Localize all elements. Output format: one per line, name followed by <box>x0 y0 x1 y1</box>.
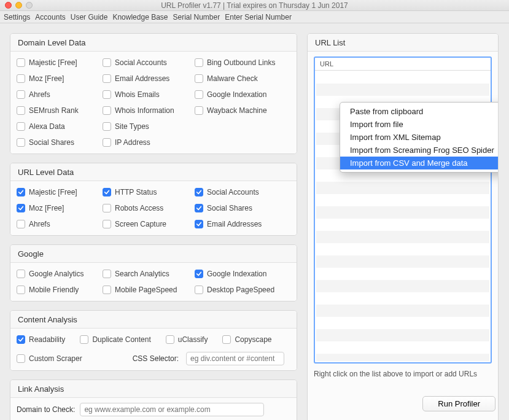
checkbox-option[interactable]: Majestic [Free] <box>17 56 103 69</box>
checkbox-option[interactable]: Whois Information <box>103 104 195 117</box>
checkbox-option[interactable]: Social Shares <box>195 202 293 214</box>
checkbox-option[interactable]: Desktop PageSpeed <box>195 284 293 296</box>
checkbox-option[interactable]: Malware Check <box>195 72 293 85</box>
checkbox[interactable] <box>17 354 25 363</box>
checkbox[interactable] <box>195 106 203 115</box>
checkbox-label: Google Indexation <box>207 90 266 99</box>
checkbox[interactable] <box>103 188 111 196</box>
checkbox[interactable] <box>17 106 25 115</box>
checkbox[interactable] <box>103 90 111 99</box>
checkbox-option[interactable]: IP Address <box>103 136 195 149</box>
checkbox[interactable] <box>103 74 111 83</box>
checkbox[interactable] <box>195 220 203 228</box>
checkbox-option[interactable]: Screen Capture <box>103 218 195 230</box>
context-menu-item[interactable]: Import from file <box>340 118 499 131</box>
checkbox-option[interactable]: Mobile Friendly <box>17 284 103 296</box>
context-menu-item[interactable]: Import from XML Sitemap <box>340 131 499 144</box>
checkbox[interactable] <box>17 204 25 212</box>
checkbox-option[interactable]: Wayback Machine <box>195 104 293 117</box>
checkbox[interactable] <box>103 204 111 212</box>
menu-item[interactable]: Settings <box>4 13 30 21</box>
menu-item[interactable]: User Guide <box>71 13 108 21</box>
checkbox-option[interactable]: Email Addresses <box>103 72 195 85</box>
checkbox[interactable] <box>222 335 231 344</box>
checkbox-option[interactable]: Custom Scraper <box>17 352 82 365</box>
checkbox[interactable] <box>195 74 203 83</box>
checkbox-option[interactable]: Google Indexation <box>195 88 293 101</box>
checkbox-label: uClassify <box>178 335 208 344</box>
checkbox-option[interactable]: Social Shares <box>17 136 103 149</box>
checkbox-option[interactable]: HTTP Status <box>103 186 195 198</box>
checkbox[interactable] <box>195 270 203 278</box>
checkbox[interactable] <box>103 270 111 278</box>
checkbox-option[interactable]: Social Accounts <box>195 186 293 198</box>
checkbox-label: Duplicate Content <box>92 335 150 344</box>
checkbox-label: Whois Emails <box>115 90 160 99</box>
context-menu-item[interactable]: Import from CSV and Merge data <box>340 157 499 169</box>
checkbox-option[interactable]: Moz [Free] <box>17 202 103 214</box>
checkbox-option[interactable]: Bing Outbound Links <box>195 56 293 69</box>
menu-item[interactable]: Serial Number <box>173 13 220 21</box>
checkbox[interactable] <box>17 220 25 228</box>
checkbox[interactable] <box>195 204 203 212</box>
menu-item[interactable]: Enter Serial Number <box>225 13 292 21</box>
checkbox-option[interactable]: Alexa Data <box>17 120 103 133</box>
checkbox-option[interactable]: Site Types <box>103 120 195 133</box>
run-profiler-button[interactable]: Run Profiler <box>422 396 495 411</box>
checkbox-label: Whois Information <box>115 106 174 115</box>
checkbox[interactable] <box>17 58 25 67</box>
checkbox-option[interactable]: Email Addresses <box>195 218 293 230</box>
checkbox-option[interactable]: Duplicate Content <box>80 333 150 346</box>
context-menu-item[interactable]: Import from Screaming Frog SEO Spider <box>340 144 499 157</box>
checkbox[interactable] <box>17 122 25 131</box>
checkbox-option[interactable]: Google Indexation <box>195 268 293 280</box>
menu-bar: SettingsAccountsUser GuideKnowledge Base… <box>0 11 509 23</box>
checkbox[interactable] <box>17 74 25 83</box>
checkbox[interactable] <box>103 138 111 147</box>
checkbox[interactable] <box>103 122 111 131</box>
zoom-window-icon[interactable] <box>26 2 33 9</box>
checkbox-option[interactable]: Whois Emails <box>103 88 195 101</box>
context-menu-item[interactable]: Paste from clipboard <box>340 105 499 118</box>
close-window-icon[interactable] <box>5 2 12 9</box>
checkbox[interactable] <box>17 90 25 99</box>
checkbox-option[interactable]: Moz [Free] <box>17 72 103 85</box>
checkbox[interactable] <box>103 106 111 115</box>
menu-item[interactable]: Knowledge Base <box>112 13 168 21</box>
checkbox[interactable] <box>103 286 111 294</box>
checkbox[interactable] <box>195 58 203 67</box>
checkbox[interactable] <box>17 138 25 147</box>
checkbox[interactable] <box>166 335 174 344</box>
checkbox[interactable] <box>17 286 25 294</box>
title-bar: URL Profiler v1.77 | Trial expires on Th… <box>0 0 509 11</box>
url-list-table[interactable]: URL Paste from clipboardImport from file… <box>314 56 492 364</box>
checkbox-option[interactable]: Majestic [Free] <box>17 186 103 198</box>
checkbox[interactable] <box>195 286 203 294</box>
checkbox[interactable] <box>17 335 25 344</box>
domain-to-check-input[interactable] <box>80 403 264 416</box>
checkbox-option[interactable]: Copyscape <box>222 333 271 346</box>
panel-domain-level-data: Domain Level Data Majestic [Free]Social … <box>10 33 297 154</box>
css-selector-input[interactable] <box>186 352 284 365</box>
panel-title: Link Analysis <box>10 380 297 398</box>
checkbox[interactable] <box>195 188 203 196</box>
checkbox[interactable] <box>103 220 111 228</box>
checkbox-option[interactable]: Mobile PageSpeed <box>103 284 195 296</box>
checkbox[interactable] <box>195 90 203 99</box>
checkbox-option[interactable]: Google Analytics <box>17 268 103 280</box>
checkbox-option[interactable]: Readability <box>17 333 65 346</box>
checkbox-option[interactable]: Ahrefs <box>17 88 103 101</box>
checkbox-option[interactable]: Social Accounts <box>103 56 195 69</box>
minimize-window-icon[interactable] <box>15 2 22 9</box>
menu-item[interactable]: Accounts <box>35 13 65 21</box>
checkbox-label: Search Analytics <box>115 270 169 278</box>
checkbox-option[interactable]: uClassify <box>166 333 208 346</box>
checkbox-option[interactable]: Robots Access <box>103 202 195 214</box>
checkbox[interactable] <box>17 270 25 278</box>
checkbox[interactable] <box>80 335 88 344</box>
checkbox-option[interactable]: Ahrefs <box>17 218 103 230</box>
checkbox[interactable] <box>103 58 111 67</box>
checkbox[interactable] <box>17 188 25 196</box>
checkbox-option[interactable]: SEMrush Rank <box>17 104 103 117</box>
checkbox-option[interactable]: Search Analytics <box>103 268 195 280</box>
